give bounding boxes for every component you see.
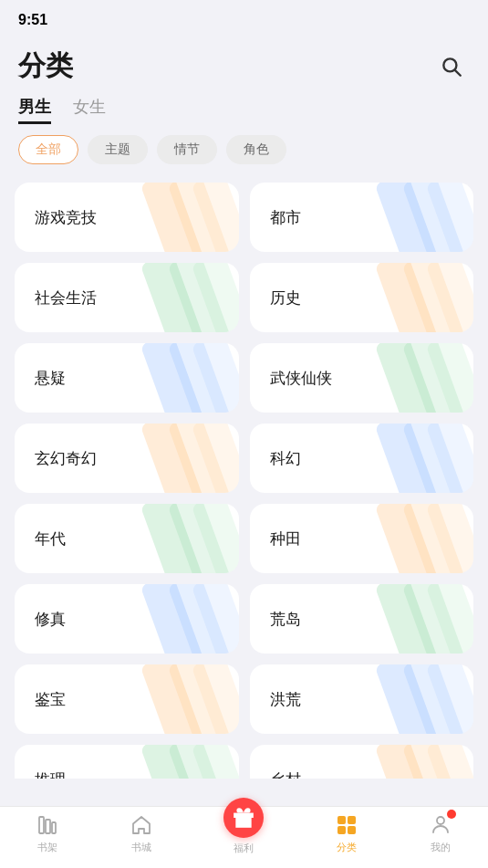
bottom-nav: 书架 书城 福利 — [0, 806, 488, 868]
page-title: 分类 — [18, 47, 73, 85]
svg-rect-3 — [46, 820, 50, 833]
card-decoration-16 — [373, 745, 473, 779]
card-decoration-9 — [139, 504, 239, 573]
category-card-12[interactable]: 荒岛 — [250, 584, 474, 654]
card-decoration-8 — [373, 424, 473, 493]
category-label-1: 游戏竞技 — [35, 207, 97, 228]
category-label-6: 武侠仙侠 — [270, 368, 332, 389]
card-decoration-14 — [373, 664, 473, 734]
filter-chips: 全部 主题 情节 角色 — [0, 135, 488, 179]
svg-rect-2 — [39, 817, 44, 833]
category-label-10: 种田 — [270, 528, 301, 549]
svg-rect-7 — [337, 826, 346, 834]
category-label-8: 科幻 — [270, 448, 301, 469]
category-card-10[interactable]: 种田 — [250, 504, 474, 573]
nav-bookshelf-label: 书架 — [37, 841, 57, 854]
filter-all[interactable]: 全部 — [18, 135, 78, 164]
category-label-14: 洪荒 — [270, 689, 301, 710]
search-icon — [440, 55, 463, 78]
nav-category[interactable]: 分类 — [335, 813, 358, 854]
card-decoration-5 — [139, 343, 239, 413]
tab-female[interactable]: 女生 — [73, 96, 106, 124]
filter-theme[interactable]: 主题 — [88, 135, 148, 164]
nav-mine[interactable]: 我的 — [429, 813, 452, 854]
svg-point-9 — [437, 817, 444, 824]
category-card-5[interactable]: 悬疑 — [15, 343, 239, 413]
nav-mine-label: 我的 — [431, 841, 451, 854]
category-label-12: 荒岛 — [270, 609, 301, 630]
category-card-15[interactable]: 推理 — [15, 745, 239, 779]
house-icon — [130, 813, 153, 837]
card-decoration-1 — [139, 183, 239, 252]
filter-plot[interactable]: 情节 — [157, 135, 217, 164]
nav-fukuri[interactable]: 福利 — [223, 812, 264, 855]
category-card-6[interactable]: 武侠仙侠 — [250, 343, 474, 413]
card-decoration-6 — [373, 343, 473, 413]
category-label-11: 修真 — [35, 609, 66, 630]
category-label-9: 年代 — [35, 528, 66, 549]
person-icon — [429, 813, 452, 837]
svg-rect-6 — [348, 816, 356, 824]
category-label-4: 历史 — [270, 288, 301, 309]
card-decoration-10 — [373, 504, 473, 573]
category-card-16[interactable]: 乡村 — [250, 745, 474, 779]
grid-icon — [335, 813, 358, 837]
category-card-14[interactable]: 洪荒 — [250, 664, 474, 734]
status-time: 9:51 — [18, 12, 47, 28]
category-card-8[interactable]: 科幻 — [250, 424, 474, 493]
category-label-16: 乡村 — [270, 769, 301, 779]
category-grid: 游戏竞技都市社会生活历史悬疑武侠仙侠玄幻奇幻科幻年代种田修真荒岛鉴宝洪荒推理乡村 — [0, 179, 488, 779]
category-card-13[interactable]: 鉴宝 — [15, 664, 239, 734]
category-card-2[interactable]: 都市 — [250, 183, 474, 252]
category-card-11[interactable]: 修真 — [15, 584, 239, 654]
card-decoration-3 — [139, 263, 239, 332]
card-decoration-15 — [139, 745, 239, 779]
category-label-3: 社会生活 — [35, 288, 97, 309]
card-decoration-2 — [373, 183, 473, 252]
category-card-9[interactable]: 年代 — [15, 504, 239, 573]
nav-fukuri-label: 福利 — [234, 842, 254, 855]
card-decoration-11 — [139, 584, 239, 654]
category-label-2: 都市 — [270, 207, 301, 228]
search-button[interactable] — [433, 48, 470, 85]
card-decoration-12 — [373, 584, 473, 654]
card-decoration-7 — [139, 424, 239, 493]
category-card-1[interactable]: 游戏竞技 — [15, 183, 239, 252]
mine-badge — [447, 810, 456, 819]
category-card-3[interactable]: 社会生活 — [15, 263, 239, 332]
nav-category-label: 分类 — [337, 841, 357, 854]
filter-role[interactable]: 角色 — [226, 135, 286, 164]
nav-bookstore[interactable]: 书城 — [130, 813, 153, 854]
nav-bookshelf[interactable]: 书架 — [36, 813, 59, 854]
category-label-7: 玄幻奇幻 — [35, 448, 97, 469]
category-label-5: 悬疑 — [35, 368, 66, 389]
category-label-15: 推理 — [35, 769, 66, 779]
category-card-4[interactable]: 历史 — [250, 263, 474, 332]
status-bar: 9:51 — [0, 0, 488, 40]
header: 分类 — [0, 40, 488, 96]
category-card-7[interactable]: 玄幻奇幻 — [15, 424, 239, 493]
tab-male[interactable]: 男生 — [18, 96, 51, 124]
card-decoration-13 — [139, 664, 239, 734]
card-decoration-4 — [373, 263, 473, 332]
svg-line-1 — [455, 69, 461, 75]
gender-tabs: 男生 女生 — [0, 96, 488, 135]
gift-icon — [223, 798, 264, 838]
bookshelf-icon — [36, 813, 59, 837]
svg-rect-5 — [337, 816, 346, 824]
svg-rect-8 — [348, 826, 356, 834]
svg-rect-4 — [52, 822, 56, 833]
category-label-13: 鉴宝 — [35, 689, 66, 710]
nav-bookstore-label: 书城 — [131, 841, 151, 854]
